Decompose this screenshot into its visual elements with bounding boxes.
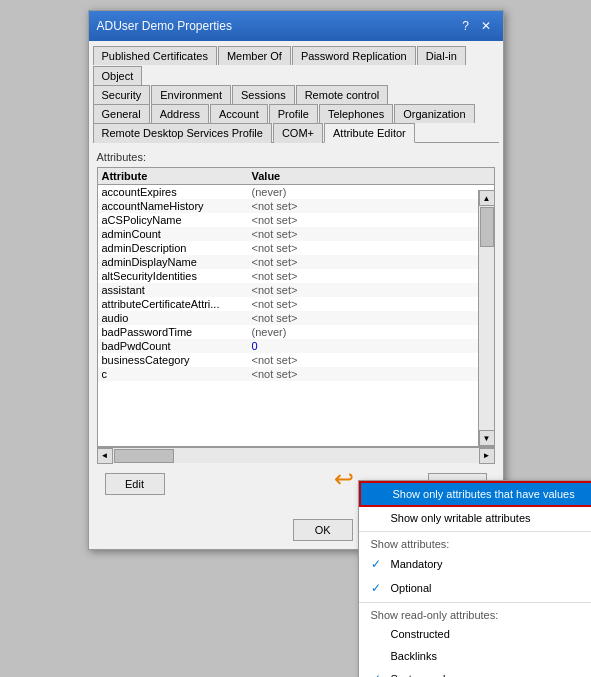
- table-row[interactable]: badPwdCount 0: [98, 339, 494, 353]
- titlebar-buttons: ? ✕: [457, 17, 495, 35]
- dropdown-item-mandatory[interactable]: ✓ Mandatory: [359, 552, 592, 576]
- vertical-scrollbar[interactable]: ▲ ▼: [478, 190, 494, 446]
- ok-button[interactable]: OK: [293, 519, 353, 541]
- tab-account[interactable]: Account: [210, 104, 268, 123]
- tab-member-of[interactable]: Member Of: [218, 46, 291, 65]
- arrow-indicator: ↪: [334, 465, 354, 493]
- dropdown-item-label-backlinks: Backlinks: [391, 650, 437, 662]
- attributes-box: Attribute Value accountExpires (never) a…: [97, 167, 495, 447]
- dropdown-item-label-optional: Optional: [391, 582, 432, 594]
- tab-object[interactable]: Object: [93, 66, 143, 85]
- tab-row-2: Security Environment Sessions Remote con…: [93, 84, 499, 103]
- dropdown-item-system-only[interactable]: ✓ System-only: [359, 667, 592, 677]
- tab-security[interactable]: Security: [93, 85, 151, 104]
- horizontal-scrollbar[interactable]: ◄ ►: [97, 447, 495, 463]
- table-row[interactable]: audio <not set>: [98, 311, 494, 325]
- scroll-track: [479, 206, 494, 430]
- close-button[interactable]: ✕: [477, 17, 495, 35]
- dropdown-item-show-values[interactable]: Show only attributes that have values: [359, 481, 592, 507]
- dropdown-section-label-2: Show read-only attributes:: [359, 605, 592, 623]
- table-row[interactable]: businessCategory <not set>: [98, 353, 494, 367]
- table-row[interactable]: adminCount <not set>: [98, 227, 494, 241]
- window-title: ADUser Demo Properties: [97, 19, 232, 33]
- dropdown-item-label-constructed: Constructed: [391, 628, 450, 640]
- column-value: Value: [252, 170, 490, 182]
- tab-general[interactable]: General: [93, 104, 150, 123]
- dropdown-section-label-1: Show attributes:: [359, 534, 592, 552]
- tab-remote-control[interactable]: Remote control: [296, 85, 389, 104]
- tab-published-certificates[interactable]: Published Certificates: [93, 46, 217, 65]
- dropdown-item-label: Show only attributes that have values: [393, 488, 575, 500]
- scroll-left-button[interactable]: ◄: [97, 448, 113, 464]
- dropdown-item-constructed[interactable]: Constructed: [359, 623, 592, 645]
- dropdown-separator-2: [359, 602, 592, 603]
- dropdown-item-writable[interactable]: Show only writable attributes: [359, 507, 592, 529]
- table-row[interactable]: aCSPolicyName <not set>: [98, 213, 494, 227]
- table-row[interactable]: adminDescription <not set>: [98, 241, 494, 255]
- dropdown-separator-1: [359, 531, 592, 532]
- checkmark-optional: ✓: [371, 581, 385, 595]
- checkmark-system-only: ✓: [371, 672, 385, 677]
- table-row[interactable]: c <not set>: [98, 367, 494, 381]
- scroll-right-button[interactable]: ►: [479, 448, 495, 464]
- table-row[interactable]: altSecurityIdentities <not set>: [98, 269, 494, 283]
- dropdown-item-backlinks[interactable]: Backlinks: [359, 645, 592, 667]
- tab-row-4: Remote Desktop Services Profile COM+ Att…: [93, 122, 499, 142]
- column-attribute: Attribute: [102, 170, 252, 182]
- tab-environment[interactable]: Environment: [151, 85, 231, 104]
- attributes-header: Attribute Value: [98, 168, 494, 185]
- dropdown-item-label-system-only: System-only: [391, 673, 452, 677]
- attributes-list[interactable]: accountExpires (never) accountNameHistor…: [98, 185, 494, 441]
- dropdown-item-label-2: Show only writable attributes: [391, 512, 531, 524]
- dropdown-item-optional[interactable]: ✓ Optional: [359, 576, 592, 600]
- table-row[interactable]: assistant <not set>: [98, 283, 494, 297]
- scroll-thumb[interactable]: [480, 207, 494, 247]
- table-row[interactable]: accountExpires (never): [98, 185, 494, 199]
- tab-dial-in[interactable]: Dial-in: [417, 46, 466, 65]
- filter-dropdown-menu: Show only attributes that have values Sh…: [358, 480, 592, 677]
- hscroll-track: [113, 448, 479, 463]
- titlebar: ADUser Demo Properties ? ✕: [89, 11, 503, 41]
- tab-profile[interactable]: Profile: [269, 104, 318, 123]
- tab-password-replication[interactable]: Password Replication: [292, 46, 416, 65]
- dropdown-item-label-mandatory: Mandatory: [391, 558, 443, 570]
- tab-organization[interactable]: Organization: [394, 104, 474, 123]
- content-area: Attributes: Attribute Value accountExpir…: [89, 143, 503, 513]
- attributes-section-label: Attributes:: [97, 151, 495, 163]
- table-row[interactable]: adminDisplayName <not set>: [98, 255, 494, 269]
- hscroll-thumb[interactable]: [114, 449, 174, 463]
- help-button[interactable]: ?: [457, 17, 475, 35]
- table-row[interactable]: attributeCertificateAttri... <not set>: [98, 297, 494, 311]
- edit-button[interactable]: Edit: [105, 473, 165, 495]
- table-row[interactable]: accountNameHistory <not set>: [98, 199, 494, 213]
- tab-sessions[interactable]: Sessions: [232, 85, 295, 104]
- main-window: ADUser Demo Properties ? ✕ Published Cer…: [88, 10, 504, 550]
- tab-attribute-editor[interactable]: Attribute Editor: [324, 123, 415, 143]
- tab-address[interactable]: Address: [151, 104, 209, 123]
- tabs-area: Published Certificates Member Of Passwor…: [89, 41, 503, 143]
- tab-com-plus[interactable]: COM+: [273, 123, 323, 143]
- tab-row-1: Published Certificates Member Of Passwor…: [93, 45, 499, 84]
- table-row[interactable]: badPasswordTime (never): [98, 325, 494, 339]
- scroll-down-button[interactable]: ▼: [479, 430, 495, 446]
- checkmark-mandatory: ✓: [371, 557, 385, 571]
- tab-telephones[interactable]: Telephones: [319, 104, 393, 123]
- tab-row-3: General Address Account Profile Telephon…: [93, 103, 499, 122]
- tab-remote-desktop[interactable]: Remote Desktop Services Profile: [93, 123, 272, 143]
- scroll-up-button[interactable]: ▲: [479, 190, 495, 206]
